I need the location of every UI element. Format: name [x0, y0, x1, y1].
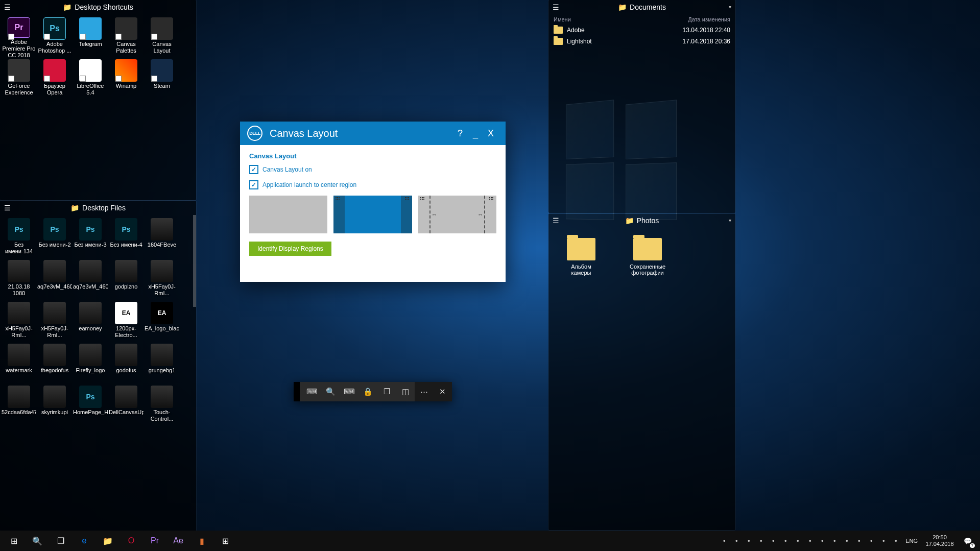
fence-header[interactable]: ☰ 📁 Desktop Shortcuts — [0, 0, 196, 14]
notifications-button[interactable]: 💬7 — [959, 531, 977, 551]
desktop-item[interactable]: Winamp — [108, 57, 144, 99]
col-date[interactable]: Дата изменения — [688, 16, 730, 22]
aftereffects-button[interactable]: Ae — [166, 531, 190, 551]
desktop-item[interactable]: PsHomePage_H... — [73, 384, 108, 425]
desktop-item[interactable]: EAEA_logo_black — [144, 300, 180, 342]
titlebar[interactable]: DELL Canvas Layout ? _ X — [240, 122, 506, 145]
close-icon[interactable]: ✕ — [434, 382, 452, 401]
nvidia-icon[interactable]: • — [780, 531, 791, 551]
more-icon[interactable]: ⋯ — [415, 382, 434, 401]
desktop-item[interactable]: godofus — [108, 342, 144, 384]
monitor-icon[interactable]: • — [743, 531, 754, 551]
gamepad-icon[interactable]: • — [841, 531, 852, 551]
grid-button[interactable]: ⊞ — [213, 531, 237, 551]
desktop-item[interactable]: watermark — [1, 342, 37, 384]
grip-handle[interactable] — [294, 382, 300, 401]
desktop-item[interactable]: GeForce Experience — [1, 57, 37, 99]
steam-tray-icon[interactable]: • — [817, 531, 828, 551]
desktop-item[interactable]: EA1200px-Electro... — [108, 300, 144, 342]
desktop-item[interactable]: PsБез имени-134 — [1, 216, 37, 258]
desktop-item[interactable]: PsAdobe Photoshop ... — [37, 15, 73, 57]
desktop-item[interactable]: grungebg1 — [144, 342, 180, 384]
fence-photos[interactable]: ☰ 📁 Photos ▾ Альбом камерыСохраненные фо… — [548, 213, 735, 530]
hamburger-icon[interactable]: ☰ — [4, 204, 11, 212]
list-item[interactable]: Сохраненные фотографии — [627, 238, 668, 276]
shield-icon[interactable]: • — [755, 531, 767, 551]
hamburger-icon[interactable]: ☰ — [553, 217, 559, 225]
explorer-button[interactable]: 📁 — [96, 531, 119, 551]
desktop-item[interactable]: Canvas Layout — [144, 15, 180, 57]
desktop-item[interactable]: Браузер Opera — [37, 57, 73, 99]
wifi-icon[interactable]: • — [866, 531, 877, 551]
checkbox-icon[interactable]: ✓ — [249, 165, 258, 174]
help-button[interactable]: ? — [452, 128, 468, 139]
opera-button[interactable]: O — [119, 531, 143, 551]
task-view-icon[interactable]: ❐ — [377, 382, 396, 401]
chevron-down-icon[interactable]: ▾ — [729, 218, 731, 223]
fence-header[interactable]: ☰ 📁 Photos ▾ — [548, 213, 735, 228]
calculator-icon[interactable]: ⌨ — [303, 382, 322, 401]
keyboard-icon[interactable]: ⌨ — [340, 382, 359, 401]
close-button[interactable]: X — [483, 128, 498, 139]
battery-icon[interactable]: • — [731, 531, 742, 551]
language-indicator[interactable]: ENG — [902, 538, 921, 544]
desktop-item[interactable]: godplzno — [108, 258, 144, 300]
checkbox-layout-on[interactable]: ✓ Canvas Layout on — [249, 165, 496, 174]
task-view-button[interactable]: ❐ — [49, 531, 73, 551]
chevron-up-icon[interactable]: • — [719, 531, 730, 551]
mcafee-icon[interactable]: • — [829, 531, 840, 551]
premiere-button[interactable]: Pr — [143, 531, 166, 551]
app-button[interactable]: ▮ — [190, 531, 213, 551]
taskbar[interactable]: ⊞🔍❐e📁OPrAe▮⊞ •••••••••••••••ENG20:5017.0… — [0, 531, 980, 551]
desktop-item[interactable]: PsБез имени-2 — [37, 216, 73, 258]
desktop-item[interactable]: PsБез имени-3 — [73, 216, 108, 258]
list-item[interactable]: Adobe13.04.2018 22:40 — [548, 25, 735, 36]
list-item[interactable]: Альбом камеры — [561, 238, 602, 276]
snap-icon[interactable]: ◫ — [396, 382, 415, 401]
desktop-item[interactable]: xH5Fay0J-RmI... — [37, 300, 73, 342]
desktop-item[interactable]: skyrimkupi — [37, 384, 73, 425]
lock-icon[interactable]: 🔒 — [359, 382, 378, 401]
fence-desktop-files[interactable]: ☰ 📁 Desktop Files PsБез имени-134PsБез и… — [0, 201, 196, 531]
checkbox-launch-center[interactable]: ✓ Application launch to center region — [249, 180, 496, 189]
scrollbar[interactable] — [193, 215, 196, 307]
edge-button[interactable]: e — [73, 531, 96, 551]
chevron-down-icon[interactable]: ▾ — [729, 4, 731, 10]
desktop-item[interactable]: Steam — [144, 57, 180, 99]
list-item[interactable]: Lightshot17.04.2018 20:36 — [548, 36, 735, 47]
canvas-layout-window[interactable]: DELL Canvas Layout ? _ X Canvas Layout ✓… — [240, 122, 506, 282]
desktop-item[interactable]: 52cdaa6fda47... — [1, 384, 37, 425]
desktop-item[interactable]: LibreOffice 5.4 — [73, 57, 108, 99]
desktop-item[interactable]: DellCanvasUp... — [108, 384, 144, 425]
volume-icon[interactable]: • — [878, 531, 889, 551]
layout-option-resizable[interactable]: ↔ ↔ — [418, 196, 496, 233]
power-icon[interactable]: • — [890, 531, 901, 551]
column-headers[interactable]: Имени Дата изменения — [548, 14, 735, 25]
fence-desktop-shortcuts[interactable]: ☰ 📁 Desktop Shortcuts PrAdobe Premiere P… — [0, 0, 196, 200]
desktop-item[interactable]: Telegram — [73, 15, 108, 57]
desktop-item[interactable]: PrAdobe Premiere Pro CC 2018 — [1, 15, 37, 57]
fence-documents[interactable]: ☰ 📁 Documents ▾ Имени Дата изменения Ado… — [548, 0, 735, 213]
layout-option-single[interactable] — [249, 196, 327, 233]
desktop-item[interactable]: thegodofus — [37, 342, 73, 384]
floating-toolbox[interactable]: ⌨🔍⌨🔒❐◫⋯✕ — [294, 382, 452, 401]
desktop-item[interactable]: eamoney — [73, 300, 108, 342]
snow-icon[interactable]: • — [804, 531, 816, 551]
desktop-item[interactable]: xH5Fay0J-RmI... — [144, 258, 180, 300]
desktop-item[interactable]: Touch-Control... — [144, 384, 180, 425]
desktop-item[interactable]: 1604FBeve — [144, 216, 180, 258]
clock[interactable]: 20:5017.04.2018 — [922, 534, 958, 547]
desktop-item[interactable]: PsБез имени-4 — [108, 216, 144, 258]
fence-header[interactable]: ☰ 📁 Desktop Files — [0, 201, 196, 215]
desktop-item[interactable]: Canvas Palettes — [108, 15, 144, 57]
layout-option-triple[interactable] — [333, 196, 412, 233]
col-name[interactable]: Имени — [554, 16, 571, 22]
bluetooth-icon[interactable]: • — [792, 531, 803, 551]
desktop-item[interactable]: xH5Fay0J-RmI... — [1, 300, 37, 342]
checkbox-icon[interactable]: ✓ — [249, 180, 258, 189]
fence-header[interactable]: ☰ 📁 Documents ▾ — [548, 0, 735, 14]
hamburger-icon[interactable]: ☰ — [4, 3, 11, 11]
desktop-item[interactable]: 21.03.18 1080 — [1, 258, 37, 300]
hamburger-icon[interactable]: ☰ — [553, 3, 559, 11]
identify-regions-button[interactable]: Identify Display Regions — [249, 242, 331, 256]
